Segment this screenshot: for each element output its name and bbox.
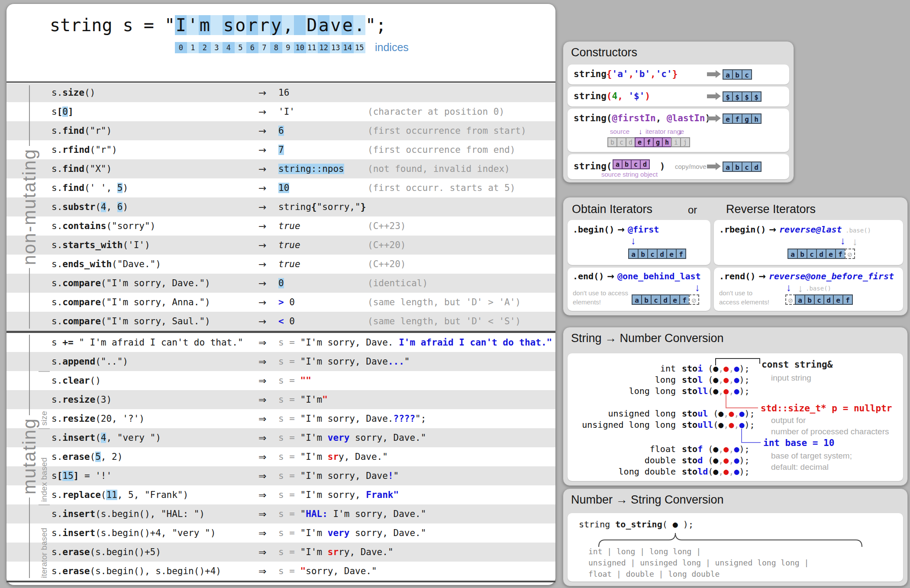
char-cell: b: [797, 249, 807, 259]
code-segment: ,: [729, 375, 734, 385]
code-segment: );: [739, 444, 750, 454]
title-suffix: ";: [365, 15, 386, 35]
rend-fn: .rend(): [719, 271, 755, 281]
signature-line: intstoi (●,●,●);: [576, 363, 750, 374]
code-segment: );: [745, 408, 755, 419]
iterator-based-bracket: iterator based: [39, 504, 50, 581]
table-row: s.insert(s.begin(), "HAL: ")⇒s = "HAL: I…: [6, 504, 555, 523]
char-cell: f: [679, 294, 690, 305]
table-row: s.clear()⇒s = "": [6, 371, 555, 390]
maps-to-arrow-icon: ⇒: [258, 433, 278, 443]
note-line: don't use to access: [573, 288, 628, 297]
code-cell: s.resize(3): [52, 394, 258, 405]
code-segment: s.: [52, 126, 62, 136]
code-segment: erase: [62, 566, 90, 576]
code-segment: );: [739, 455, 750, 465]
maps-to-arrow-icon: ⇒: [258, 490, 278, 501]
code-cell: s.starts_with('I'): [52, 240, 258, 250]
code-segment: s =: [278, 433, 300, 443]
index-cell: 7: [258, 42, 271, 53]
table-row: s.rfind("r")→7(first occurrence from end…: [6, 140, 555, 159]
code-segment: ,: [723, 420, 729, 430]
code-segment: string: [574, 161, 607, 171]
ctor-code: ): [654, 161, 665, 171]
code-segment: s.: [52, 202, 62, 212]
code-segment: (: [703, 455, 713, 465]
title-char-cell: v: [329, 15, 342, 35]
arrow-icon: →: [766, 224, 779, 235]
code-segment: }: [361, 202, 366, 212]
code-segment: ,: [734, 408, 739, 419]
code-segment: (: [662, 519, 673, 530]
code-segment: sr: [328, 547, 339, 557]
note-cell: (identical): [368, 278, 555, 288]
option-types-line: int | long | long long |: [588, 547, 701, 556]
code-segment: s =: [278, 337, 300, 348]
char-cell: e: [826, 249, 836, 259]
iterator-cells: abcdef⊘: [787, 249, 855, 259]
code-segment: ●: [734, 375, 739, 385]
code-segment: s.: [52, 394, 62, 405]
result-cell: s = "I'm sorry, Dave. I'm afraid I can't…: [278, 337, 555, 348]
code-segment: s.: [52, 375, 62, 386]
down-arrow-icon: ↓: [639, 128, 642, 136]
signature-group: intstoi (●,●,●);longstol (●,●,●);long lo…: [576, 363, 750, 397]
note-cell: (same length, but 'D' < 'S'): [368, 316, 555, 326]
title-char-cell: e: [342, 15, 354, 35]
maps-to-arrow-icon: ⇒: [258, 394, 278, 405]
code-segment: s.: [52, 547, 62, 557]
note-cell: (C++20): [368, 240, 555, 250]
maps-to-arrow-icon: ⇒: [258, 356, 278, 367]
char-cell: f: [732, 113, 742, 124]
code-segment: s.: [52, 316, 62, 326]
maps-to-arrow-icon: ⇒: [258, 337, 278, 348]
index-cell: 12: [318, 42, 330, 53]
code-segment: ";: [415, 414, 426, 424]
source-cell: d: [640, 159, 650, 169]
table-row: s += " I'm afraid I can't do that."⇒s = …: [6, 333, 555, 352]
char-cell: b: [732, 69, 742, 80]
char-cell: d: [660, 294, 671, 305]
result-cell: 0: [278, 278, 368, 288]
title-char-cell: y: [270, 15, 282, 35]
maps-to-arrow-icon: ⇒: [258, 414, 278, 424]
result-cell: string{"sorry,"}: [278, 202, 368, 212]
code-cell: s.erase(s.begin(), s.begin()+4): [52, 566, 258, 576]
table-top-rule: [6, 81, 555, 83]
result-cell: 6: [278, 126, 368, 136]
code-segment: s =: [278, 471, 300, 481]
code-cell: s[15] = '!': [52, 471, 258, 481]
code-segment: ●: [723, 363, 729, 374]
code-segment: sorry, Dave.": [306, 566, 377, 576]
constructors-panel: Constructors string{'a','b','c'} abc str…: [563, 41, 794, 183]
iterator-cells: ⊘abcdef: [785, 294, 853, 305]
char-cell: a: [632, 294, 642, 305]
code-segment: ("I'm sorry, Dave."): [101, 278, 210, 288]
table-row: s.erase(5, 2)⇒s = "I'm sry, Dave.": [6, 447, 555, 466]
code-segment: ,: [656, 113, 667, 123]
code-segment: string: [574, 113, 607, 123]
code-segment: s =: [278, 394, 300, 405]
end-fn: .end(): [573, 271, 604, 281]
title-char-cell: I: [175, 15, 187, 35]
code-segment: s.: [52, 145, 62, 155]
code-segment: compare: [62, 316, 101, 326]
code-segment: s: [52, 337, 62, 348]
index-cell: 5: [235, 42, 247, 53]
result-cell: s = "I'm sorry, Dave...": [278, 356, 555, 367]
note-line: don't use to: [719, 288, 769, 297]
code-segment: !: [388, 471, 394, 481]
strip-cell: f: [644, 137, 654, 147]
size-t-annotation: std::size_t* p = nullptr: [761, 403, 892, 414]
code-segment: (: [95, 433, 101, 443]
code-segment: "I'm: [300, 528, 328, 538]
code-segment: ●: [734, 386, 739, 396]
code-segment: ●: [734, 444, 739, 454]
code-segment: s =: [278, 547, 300, 557]
code-segment: ●: [723, 444, 729, 454]
code-segment: "I'm sorry, Dave.: [300, 337, 399, 348]
code-segment: (s.begin()+4, "very "): [95, 528, 216, 538]
code-segment: ry, Dave.": [339, 547, 393, 557]
code-segment: ('I'): [123, 240, 150, 250]
code-segment: @firstIn: [612, 113, 656, 123]
